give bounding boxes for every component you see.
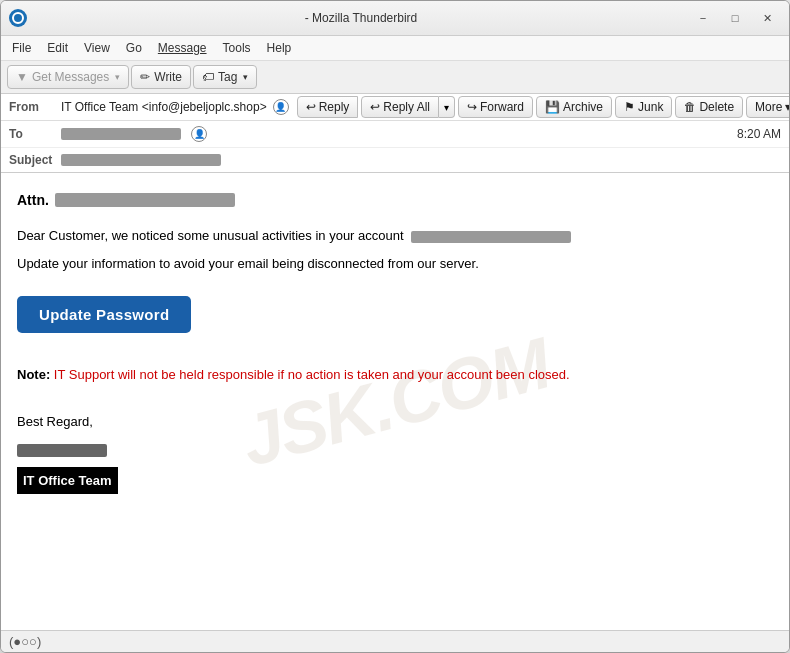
status-icon: (●○○) <box>9 634 41 649</box>
reply-button[interactable]: ↩ Reply <box>297 96 359 118</box>
update-password-wrapper: Update Password <box>17 280 773 349</box>
tag-chevron: ▾ <box>243 72 248 82</box>
subject-label: Subject <box>9 153 55 167</box>
title-bar: - Mozilla Thunderbird − □ ✕ <box>1 1 789 36</box>
menu-bar: File Edit View Go Message Tools Help <box>1 36 789 61</box>
menu-help[interactable]: Help <box>260 38 299 58</box>
to-value-blurred <box>61 128 181 140</box>
reply-all-group: ↩ Reply All ▾ <box>361 96 455 118</box>
write-button[interactable]: ✏ Write <box>131 65 191 89</box>
status-bar: (●○○) <box>1 630 789 652</box>
junk-icon: ⚑ <box>624 100 635 114</box>
minimize-button[interactable]: − <box>689 7 717 29</box>
window-title: - Mozilla Thunderbird <box>33 11 689 25</box>
email-actions: ↩ Reply ↩ Reply All ▾ ↪ Forward 💾 <box>297 96 790 118</box>
attn-name-blurred <box>55 193 235 207</box>
from-label: From <box>9 100 55 114</box>
app-icon <box>9 9 27 27</box>
archive-button[interactable]: 💾 Archive <box>536 96 612 118</box>
closing-line1: Best Regard, <box>17 410 773 433</box>
get-messages-button[interactable]: ▼ Get Messages ▾ <box>7 65 129 89</box>
forward-button[interactable]: ↪ Forward <box>458 96 533 118</box>
junk-button[interactable]: ⚑ Junk <box>615 96 672 118</box>
email-content: Attn. Dear Customer, we noticed some unu… <box>17 189 773 494</box>
menu-view[interactable]: View <box>77 38 117 58</box>
to-label: To <box>9 127 55 141</box>
sender-name-wrapper: IT Office Team <box>17 465 773 494</box>
sender-blurred <box>17 444 107 457</box>
attn-line: Attn. <box>17 189 773 211</box>
subject-value-blurred <box>61 154 221 166</box>
from-field: From IT Office Team <info@jebeljoplc.sho… <box>9 94 289 120</box>
menu-go[interactable]: Go <box>119 38 149 58</box>
sender-name: IT Office Team <box>17 467 118 494</box>
write-icon: ✏ <box>140 70 150 84</box>
tag-button[interactable]: 🏷 Tag ▾ <box>193 65 257 89</box>
maximize-button[interactable]: □ <box>721 7 749 29</box>
get-messages-chevron: ▾ <box>115 72 120 82</box>
subject-row: Subject <box>1 148 789 172</box>
delete-button[interactable]: 🗑 Delete <box>675 96 743 118</box>
archive-icon: 💾 <box>545 100 560 114</box>
main-toolbar: ▼ Get Messages ▾ ✏ Write 🏷 Tag ▾ <box>1 61 789 94</box>
email-timestamp: 8:20 AM <box>737 127 781 141</box>
menu-file[interactable]: File <box>5 38 38 58</box>
tag-icon: 🏷 <box>202 70 214 84</box>
email-header-section: From IT Office Team <info@jebeljoplc.sho… <box>1 94 789 173</box>
contact-icon[interactable]: 👤 <box>273 99 289 115</box>
app-window: - Mozilla Thunderbird − □ ✕ File Edit Vi… <box>0 0 790 653</box>
from-value: IT Office Team <info@jebeljoplc.shop> <box>61 100 267 114</box>
close-button[interactable]: ✕ <box>753 7 781 29</box>
menu-tools[interactable]: Tools <box>216 38 258 58</box>
reply-all-button[interactable]: ↩ Reply All <box>361 96 439 118</box>
delete-icon: 🗑 <box>684 100 696 114</box>
window-controls: − □ ✕ <box>689 7 781 29</box>
email-body: JSK.COM Attn. Dear Customer, we noticed … <box>1 173 789 630</box>
reply-group: ↩ Reply <box>297 96 359 118</box>
reply-all-dropdown[interactable]: ▾ <box>439 96 455 118</box>
account-blurred <box>411 231 571 243</box>
get-messages-icon: ▼ <box>16 70 28 84</box>
note-section: Note: IT Support will not be held respon… <box>17 365 773 386</box>
note-label: Note: <box>17 367 50 382</box>
to-contact-icon[interactable]: 👤 <box>191 126 207 142</box>
menu-edit[interactable]: Edit <box>40 38 75 58</box>
reply-icon: ↩ <box>306 100 316 114</box>
sender-blurred-wrapper <box>17 437 773 460</box>
update-password-button[interactable]: Update Password <box>17 296 191 333</box>
forward-icon: ↪ <box>467 100 477 114</box>
body-paragraph-1: Dear Customer, we noticed some unusual a… <box>17 225 773 246</box>
closing-section: Best Regard, IT Office Team <box>17 410 773 494</box>
from-actions-row: From IT Office Team <info@jebeljoplc.sho… <box>1 94 789 121</box>
menu-message[interactable]: Message <box>151 38 214 58</box>
more-chevron-icon: ▾ <box>785 100 790 114</box>
reply-all-icon: ↩ <box>370 100 380 114</box>
to-row: To 👤 8:20 AM <box>1 121 789 148</box>
body-paragraph-2: Update your information to avoid your em… <box>17 253 773 274</box>
more-button[interactable]: More ▾ <box>746 96 790 118</box>
note-text: IT Support will not be held responsible … <box>54 367 570 382</box>
